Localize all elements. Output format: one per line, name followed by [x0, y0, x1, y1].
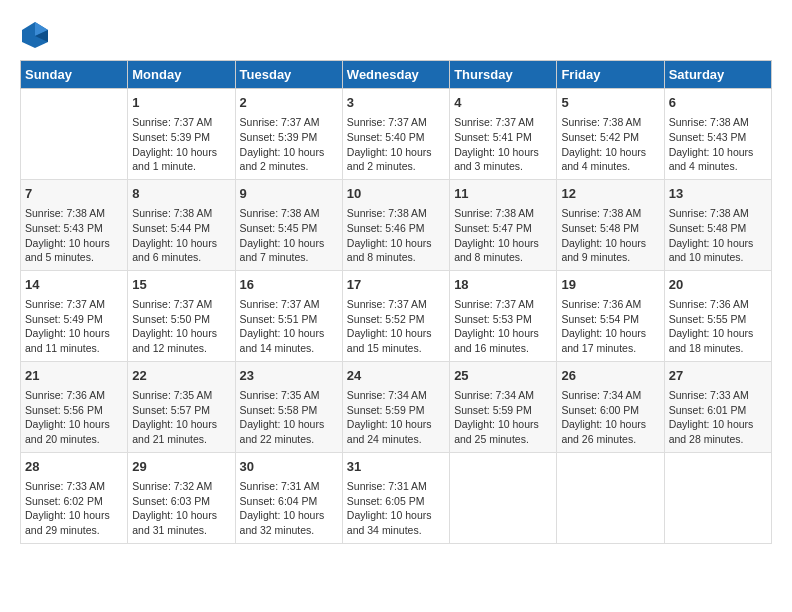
day-info: Sunrise: 7:34 AM Sunset: 6:00 PM Dayligh…	[561, 388, 659, 447]
day-number: 13	[669, 185, 767, 203]
day-number: 31	[347, 458, 445, 476]
calendar-cell: 8Sunrise: 7:38 AM Sunset: 5:44 PM Daylig…	[128, 179, 235, 270]
calendar-cell: 24Sunrise: 7:34 AM Sunset: 5:59 PM Dayli…	[342, 361, 449, 452]
calendar-cell: 2Sunrise: 7:37 AM Sunset: 5:39 PM Daylig…	[235, 89, 342, 180]
day-info: Sunrise: 7:33 AM Sunset: 6:02 PM Dayligh…	[25, 479, 123, 538]
day-info: Sunrise: 7:35 AM Sunset: 5:58 PM Dayligh…	[240, 388, 338, 447]
calendar-cell	[557, 452, 664, 543]
day-info: Sunrise: 7:37 AM Sunset: 5:50 PM Dayligh…	[132, 297, 230, 356]
calendar-cell: 20Sunrise: 7:36 AM Sunset: 5:55 PM Dayli…	[664, 270, 771, 361]
logo-icon	[20, 20, 50, 50]
day-info: Sunrise: 7:38 AM Sunset: 5:42 PM Dayligh…	[561, 115, 659, 174]
day-number: 14	[25, 276, 123, 294]
day-number: 27	[669, 367, 767, 385]
day-header-saturday: Saturday	[664, 61, 771, 89]
day-info: Sunrise: 7:37 AM Sunset: 5:52 PM Dayligh…	[347, 297, 445, 356]
day-info: Sunrise: 7:36 AM Sunset: 5:56 PM Dayligh…	[25, 388, 123, 447]
day-info: Sunrise: 7:37 AM Sunset: 5:49 PM Dayligh…	[25, 297, 123, 356]
day-info: Sunrise: 7:38 AM Sunset: 5:44 PM Dayligh…	[132, 206, 230, 265]
day-header-thursday: Thursday	[450, 61, 557, 89]
calendar-cell	[450, 452, 557, 543]
day-number: 19	[561, 276, 659, 294]
calendar-cell: 6Sunrise: 7:38 AM Sunset: 5:43 PM Daylig…	[664, 89, 771, 180]
day-number: 28	[25, 458, 123, 476]
calendar-header-row: SundayMondayTuesdayWednesdayThursdayFrid…	[21, 61, 772, 89]
calendar-cell: 17Sunrise: 7:37 AM Sunset: 5:52 PM Dayli…	[342, 270, 449, 361]
day-number: 26	[561, 367, 659, 385]
calendar-cell: 23Sunrise: 7:35 AM Sunset: 5:58 PM Dayli…	[235, 361, 342, 452]
day-number: 12	[561, 185, 659, 203]
calendar-cell: 19Sunrise: 7:36 AM Sunset: 5:54 PM Dayli…	[557, 270, 664, 361]
calendar-cell: 21Sunrise: 7:36 AM Sunset: 5:56 PM Dayli…	[21, 361, 128, 452]
calendar-cell: 4Sunrise: 7:37 AM Sunset: 5:41 PM Daylig…	[450, 89, 557, 180]
calendar-cell: 25Sunrise: 7:34 AM Sunset: 5:59 PM Dayli…	[450, 361, 557, 452]
day-info: Sunrise: 7:38 AM Sunset: 5:47 PM Dayligh…	[454, 206, 552, 265]
day-number: 23	[240, 367, 338, 385]
calendar-cell: 12Sunrise: 7:38 AM Sunset: 5:48 PM Dayli…	[557, 179, 664, 270]
calendar-cell: 16Sunrise: 7:37 AM Sunset: 5:51 PM Dayli…	[235, 270, 342, 361]
day-number: 16	[240, 276, 338, 294]
day-number: 20	[669, 276, 767, 294]
day-number: 10	[347, 185, 445, 203]
calendar-cell: 3Sunrise: 7:37 AM Sunset: 5:40 PM Daylig…	[342, 89, 449, 180]
calendar-cell: 7Sunrise: 7:38 AM Sunset: 5:43 PM Daylig…	[21, 179, 128, 270]
day-info: Sunrise: 7:37 AM Sunset: 5:41 PM Dayligh…	[454, 115, 552, 174]
day-number: 30	[240, 458, 338, 476]
day-number: 8	[132, 185, 230, 203]
calendar-cell: 29Sunrise: 7:32 AM Sunset: 6:03 PM Dayli…	[128, 452, 235, 543]
day-info: Sunrise: 7:31 AM Sunset: 6:04 PM Dayligh…	[240, 479, 338, 538]
day-number: 25	[454, 367, 552, 385]
calendar-cell: 27Sunrise: 7:33 AM Sunset: 6:01 PM Dayli…	[664, 361, 771, 452]
calendar-cell: 14Sunrise: 7:37 AM Sunset: 5:49 PM Dayli…	[21, 270, 128, 361]
day-info: Sunrise: 7:38 AM Sunset: 5:46 PM Dayligh…	[347, 206, 445, 265]
day-info: Sunrise: 7:34 AM Sunset: 5:59 PM Dayligh…	[347, 388, 445, 447]
day-number: 29	[132, 458, 230, 476]
day-info: Sunrise: 7:35 AM Sunset: 5:57 PM Dayligh…	[132, 388, 230, 447]
day-info: Sunrise: 7:36 AM Sunset: 5:54 PM Dayligh…	[561, 297, 659, 356]
day-info: Sunrise: 7:37 AM Sunset: 5:39 PM Dayligh…	[132, 115, 230, 174]
calendar-table: SundayMondayTuesdayWednesdayThursdayFrid…	[20, 60, 772, 544]
calendar-cell: 18Sunrise: 7:37 AM Sunset: 5:53 PM Dayli…	[450, 270, 557, 361]
day-number: 17	[347, 276, 445, 294]
day-number: 11	[454, 185, 552, 203]
calendar-week-row: 28Sunrise: 7:33 AM Sunset: 6:02 PM Dayli…	[21, 452, 772, 543]
day-number: 15	[132, 276, 230, 294]
day-info: Sunrise: 7:38 AM Sunset: 5:43 PM Dayligh…	[669, 115, 767, 174]
day-info: Sunrise: 7:34 AM Sunset: 5:59 PM Dayligh…	[454, 388, 552, 447]
day-number: 4	[454, 94, 552, 112]
day-info: Sunrise: 7:32 AM Sunset: 6:03 PM Dayligh…	[132, 479, 230, 538]
calendar-cell: 10Sunrise: 7:38 AM Sunset: 5:46 PM Dayli…	[342, 179, 449, 270]
day-info: Sunrise: 7:38 AM Sunset: 5:48 PM Dayligh…	[561, 206, 659, 265]
day-info: Sunrise: 7:31 AM Sunset: 6:05 PM Dayligh…	[347, 479, 445, 538]
calendar-cell: 9Sunrise: 7:38 AM Sunset: 5:45 PM Daylig…	[235, 179, 342, 270]
day-number: 22	[132, 367, 230, 385]
calendar-week-row: 1Sunrise: 7:37 AM Sunset: 5:39 PM Daylig…	[21, 89, 772, 180]
day-number: 2	[240, 94, 338, 112]
calendar-week-row: 7Sunrise: 7:38 AM Sunset: 5:43 PM Daylig…	[21, 179, 772, 270]
day-number: 7	[25, 185, 123, 203]
day-header-wednesday: Wednesday	[342, 61, 449, 89]
day-number: 5	[561, 94, 659, 112]
calendar-cell: 11Sunrise: 7:38 AM Sunset: 5:47 PM Dayli…	[450, 179, 557, 270]
day-header-tuesday: Tuesday	[235, 61, 342, 89]
day-info: Sunrise: 7:37 AM Sunset: 5:40 PM Dayligh…	[347, 115, 445, 174]
day-info: Sunrise: 7:37 AM Sunset: 5:51 PM Dayligh…	[240, 297, 338, 356]
day-info: Sunrise: 7:38 AM Sunset: 5:48 PM Dayligh…	[669, 206, 767, 265]
day-number: 18	[454, 276, 552, 294]
day-number: 6	[669, 94, 767, 112]
calendar-cell	[21, 89, 128, 180]
day-info: Sunrise: 7:38 AM Sunset: 5:45 PM Dayligh…	[240, 206, 338, 265]
day-info: Sunrise: 7:37 AM Sunset: 5:53 PM Dayligh…	[454, 297, 552, 356]
calendar-cell: 30Sunrise: 7:31 AM Sunset: 6:04 PM Dayli…	[235, 452, 342, 543]
calendar-cell: 31Sunrise: 7:31 AM Sunset: 6:05 PM Dayli…	[342, 452, 449, 543]
day-number: 1	[132, 94, 230, 112]
day-number: 24	[347, 367, 445, 385]
day-header-monday: Monday	[128, 61, 235, 89]
page-header	[20, 20, 772, 50]
day-header-friday: Friday	[557, 61, 664, 89]
day-number: 3	[347, 94, 445, 112]
calendar-cell: 15Sunrise: 7:37 AM Sunset: 5:50 PM Dayli…	[128, 270, 235, 361]
calendar-cell: 26Sunrise: 7:34 AM Sunset: 6:00 PM Dayli…	[557, 361, 664, 452]
calendar-cell	[664, 452, 771, 543]
day-info: Sunrise: 7:36 AM Sunset: 5:55 PM Dayligh…	[669, 297, 767, 356]
